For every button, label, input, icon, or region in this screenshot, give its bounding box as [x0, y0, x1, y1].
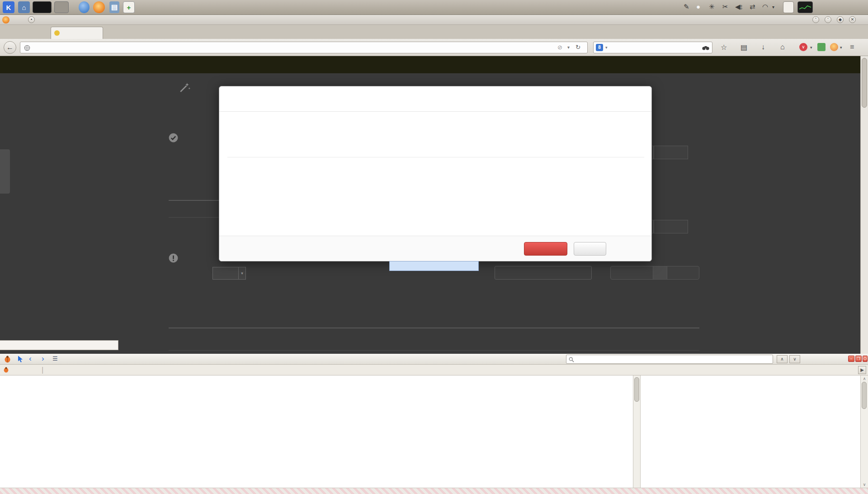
page-scrollbar[interactable] [860, 56, 868, 354]
addon-fox-icon[interactable] [830, 43, 838, 51]
firebug-icon[interactable] [4, 356, 11, 363]
page-viewport: ▾ [0, 56, 868, 354]
css-style-panel[interactable] [641, 375, 860, 488]
tray-caret-icon[interactable]: ▾ [772, 5, 774, 10]
menu-hamburger-icon[interactable]: ≡ [850, 43, 854, 51]
scissors-tray-icon[interactable]: ✂ [722, 3, 728, 11]
downloads-icon[interactable]: ↓ [761, 43, 765, 51]
bookmark-shield-icon[interactable]: ⊘ [557, 42, 562, 53]
system-monitor-icon[interactable] [797, 1, 813, 13]
firebug-mini-icon [3, 367, 9, 373]
search-engine-caret-icon[interactable]: ▾ [605, 42, 608, 53]
cancel-button[interactable] [574, 242, 606, 256]
desktop-screen: K ⌂ ▤ + ✎ ● ✳ ✂ ◀⦂ ⇄ ◠ ▾ • ˆ ˇ ◆ ✕ [0, 0, 868, 494]
table-row-rule [169, 350, 699, 351]
window-preview-gray[interactable] [54, 1, 69, 13]
scroll-down-icon[interactable]: ∨ [861, 482, 868, 487]
close-window-button[interactable]: ✕ [849, 16, 856, 23]
nav-back-element-icon[interactable]: ‹ [29, 354, 32, 363]
assigned-next-button[interactable] [654, 146, 688, 159]
select-caret-icon: ▾ [238, 267, 245, 279]
panel-list-icon[interactable]: ☰ [52, 355, 58, 362]
window-preview-dark[interactable] [33, 1, 52, 13]
firebug-search-input[interactable] [566, 355, 773, 364]
home-folder-icon[interactable]: ⌂ [18, 1, 30, 13]
shade-window-button[interactable]: ˆ [812, 16, 819, 23]
assigned-check-icon [169, 133, 178, 142]
firebug-breadcrumb-bar: | ▶ [0, 365, 868, 375]
notes-new-icon[interactable]: + [123, 1, 135, 13]
clipboard-tray-icon[interactable] [783, 1, 794, 13]
css-scrollbar-thumb[interactable] [862, 382, 867, 409]
nav-forward-element-icon[interactable]: › [42, 354, 44, 363]
maximize-window-button[interactable]: ◆ [837, 16, 844, 23]
pin-marker-icon [54, 30, 60, 36]
page-heading-wand-icon [179, 81, 191, 93]
page-size-select[interactable]: ▾ [212, 267, 246, 280]
search-prev-button[interactable]: ∧ [777, 355, 788, 363]
quick-filter-input[interactable] [495, 266, 592, 280]
search-engine-icon[interactable]: 8 [596, 44, 603, 51]
search-binoculars-icon[interactable] [702, 45, 709, 51]
pocket-caret-icon[interactable]: ▾ [810, 45, 812, 50]
assigned-header-rule [169, 200, 219, 201]
firebug-minimize-button[interactable]: − [848, 356, 854, 362]
chromium-icon[interactable] [79, 1, 90, 13]
pocket-icon[interactable]: ∨ [799, 43, 807, 51]
pending-page-1-button[interactable] [653, 266, 667, 280]
url-dropdown-caret-icon[interactable]: ▾ [567, 42, 570, 53]
html-tree-panel[interactable] [0, 375, 633, 488]
remove-button[interactable] [524, 242, 567, 256]
url-bar[interactable]: ⊘ ▾ ↻ [20, 42, 588, 53]
modal-footer [219, 236, 651, 261]
firebug-close-button[interactable]: ⏻ [863, 356, 868, 362]
modal-divider [227, 157, 644, 157]
file-cabinet-icon[interactable]: ▤ [109, 1, 119, 13]
desktop-taskbar: K ⌂ ▤ + ✎ ● ✳ ✂ ◀⦂ ⇄ ◠ ▾ [0, 0, 868, 15]
table-header-rule [169, 328, 699, 328]
site-navbar [0, 56, 860, 73]
minimize-window-button[interactable]: ˇ [825, 16, 831, 23]
color-picker-tray-icon[interactable]: ✎ [684, 3, 689, 11]
dot-tray-icon[interactable]: ● [696, 3, 700, 10]
wifi-tray-icon[interactable]: ◠ [762, 3, 768, 11]
back-button[interactable]: ← [4, 41, 16, 54]
tab-active-manage[interactable] [51, 27, 103, 39]
new-tab-button[interactable] [828, 27, 844, 39]
inspect-element-icon[interactable] [17, 355, 24, 363]
recovered-data-items [284, 119, 429, 124]
html-scrollbar-thumb[interactable] [634, 377, 639, 402]
firebug-detach-button[interactable]: ❐ [855, 356, 862, 362]
firebug-panel: ‹ › ☰ ∧ ∨ − ❐ ⏻ | ▶ ∧ [0, 354, 868, 488]
tab-strip [0, 25, 868, 39]
navigation-toolbar: ← ⊘ ▾ ↻ 8 ▾ ☆ ▤ ↓ ⌂ ∨ ▾ ▾ ≡ [0, 39, 868, 56]
assign-email-modal [219, 86, 652, 261]
search-bar[interactable]: 8 ▾ [593, 42, 712, 53]
kde-menu-icon[interactable]: K [3, 1, 14, 13]
modal-header [219, 86, 651, 112]
pending-prev-button[interactable] [610, 266, 653, 280]
css-panel-more-button[interactable]: ▶ [858, 366, 866, 374]
html-panel-scrollbar[interactable] [633, 375, 641, 488]
home-button-icon[interactable]: ⌂ [780, 43, 785, 51]
addon-caret-icon[interactable]: ▾ [840, 45, 842, 50]
css-panel-scrollbar[interactable]: ∧ ∨ [860, 375, 868, 488]
reload-icon[interactable]: ↻ [576, 42, 580, 53]
pending-next-button[interactable] [667, 266, 699, 280]
bookmark-star-icon[interactable]: ☆ [721, 43, 727, 52]
firefox-launcher-icon[interactable] [93, 1, 105, 13]
bottom-statusbar [0, 488, 868, 494]
search-next-button[interactable]: ∨ [789, 355, 800, 363]
assigned-footer-rule [169, 217, 219, 218]
evernote-clip-icon[interactable] [817, 43, 826, 51]
volume-tray-icon[interactable]: ◀⦂ [735, 3, 742, 11]
pattern-tray-icon[interactable]: ✳ [709, 3, 715, 11]
window-menu-button[interactable]: • [28, 16, 35, 23]
bookmarks-list-icon[interactable]: ▤ [741, 43, 747, 52]
assigned-next-bottom-button[interactable] [654, 220, 688, 233]
feedback-tab[interactable] [0, 149, 10, 194]
firefox-titlebar: • ˆ ˇ ◆ ✕ [0, 15, 868, 25]
network-tray-icon[interactable]: ⇄ [750, 3, 755, 11]
page-scrollbar-thumb[interactable] [862, 58, 867, 108]
scroll-up-icon[interactable]: ∧ [861, 376, 868, 381]
